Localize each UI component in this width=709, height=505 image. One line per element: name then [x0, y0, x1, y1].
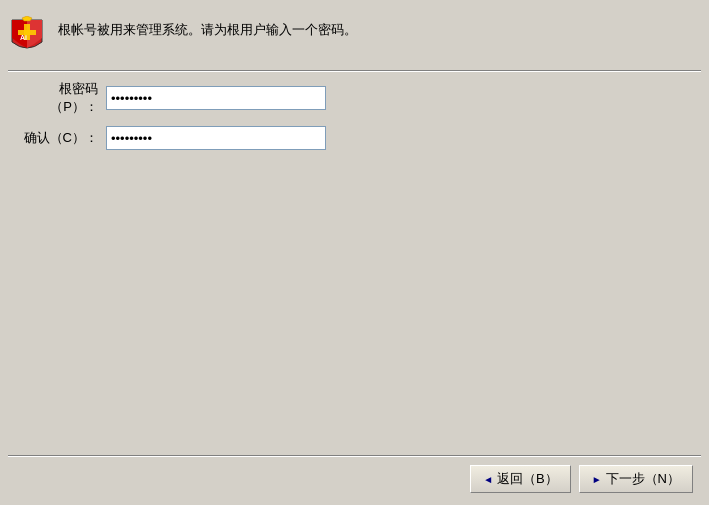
page-container: Ai 根帐号被用来管理系统。请为根用户输入一个密码。 根密码（P）： 确认（C）…: [0, 0, 709, 505]
next-button-label: 下一步（N）: [606, 470, 680, 488]
header-section: Ai 根帐号被用来管理系统。请为根用户输入一个密码。: [0, 0, 709, 70]
back-arrow-icon: [483, 472, 493, 486]
back-button-label: 返回（B）: [497, 470, 558, 488]
password-row: 根密码（P）：: [16, 80, 693, 116]
password-label: 根密码（P）：: [16, 80, 106, 116]
svg-text:Ai: Ai: [20, 34, 27, 41]
content-area: [0, 168, 709, 455]
next-button[interactable]: 下一步（N）: [579, 465, 693, 493]
shield-icon: Ai: [8, 16, 46, 54]
next-arrow-icon: [592, 472, 602, 486]
back-button[interactable]: 返回（B）: [470, 465, 571, 493]
confirm-label: 确认（C）：: [16, 129, 106, 147]
footer-section: 返回（B） 下一步（N）: [0, 457, 709, 505]
confirm-input[interactable]: [106, 126, 326, 150]
form-section: 根密码（P）： 确认（C）：: [0, 72, 709, 168]
header-description: 根帐号被用来管理系统。请为根用户输入一个密码。: [58, 16, 357, 40]
password-input[interactable]: [106, 86, 326, 110]
confirm-row: 确认（C）：: [16, 126, 693, 150]
